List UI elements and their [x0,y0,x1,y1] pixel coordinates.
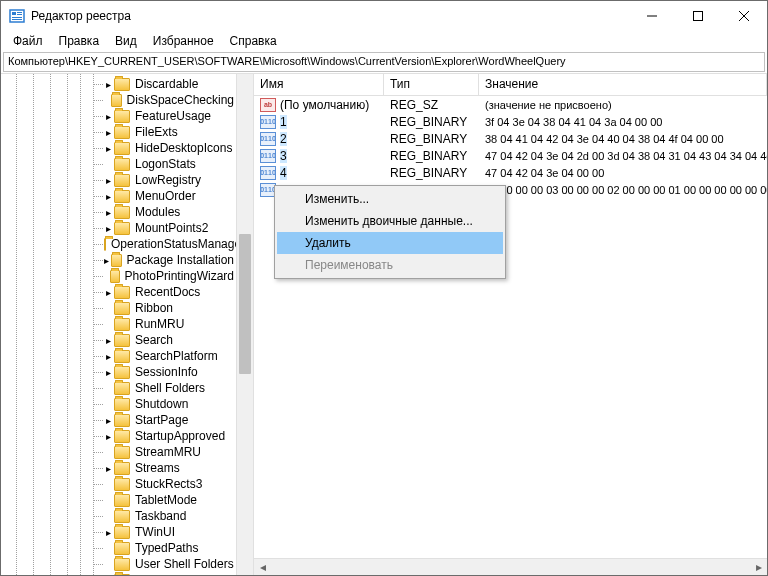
expander-icon[interactable]: ▸ [103,79,113,89]
cm-modify[interactable]: Изменить... [277,188,503,210]
tree-item-twinui[interactable]: ▸TWinUI [1,524,236,540]
value-name: 1 [280,115,287,129]
expander-icon[interactable]: ▸ [103,431,113,441]
menu-file[interactable]: Файл [5,32,51,50]
list-row[interactable]: 01103REG_BINARY47 04 42 04 3e 04 2d 00 3… [254,147,767,164]
tree-item-menuorder[interactable]: ▸MenuOrder [1,188,236,204]
list-row[interactable]: 01102REG_BINARY38 04 41 04 42 04 3e 04 4… [254,130,767,147]
expander-icon[interactable]: ▸ [103,527,113,537]
tree-item-search[interactable]: ▸Search [1,332,236,348]
tree-item-label: StartupApproved [133,429,227,443]
tree-item-lowregistry[interactable]: ▸LowRegistry [1,172,236,188]
tree-item-shell-folders[interactable]: Shell Folders [1,380,236,396]
expander-icon[interactable]: ▸ [103,255,110,265]
folder-icon [114,222,130,235]
list-body[interactable]: ab(По умолчанию)REG_SZ(значение не присв… [254,96,767,558]
list-row[interactable]: 01104REG_BINARY47 04 42 04 3e 04 00 00 [254,164,767,181]
expander-icon[interactable] [103,383,113,393]
folder-icon [114,126,130,139]
minimize-button[interactable] [629,1,675,31]
expander-icon[interactable] [103,319,113,329]
list-row[interactable]: 01101REG_BINARY3f 04 3e 04 38 04 41 04 3… [254,113,767,130]
expander-icon[interactable]: ▸ [103,287,113,297]
expander-icon[interactable] [103,559,113,569]
tree-item-streams[interactable]: ▸Streams [1,460,236,476]
list-h-scrollbar[interactable]: ◂ ▸ [254,558,767,575]
expander-icon[interactable] [103,447,113,457]
cm-modify-binary[interactable]: Изменить двоичные данные... [277,210,503,232]
menu-view[interactable]: Вид [107,32,145,50]
tree-item-featureusage[interactable]: ▸FeatureUsage [1,108,236,124]
expander-icon[interactable]: ▸ [103,207,113,217]
expander-icon[interactable]: ▸ [103,143,113,153]
tree-item-fileexts[interactable]: ▸FileExts [1,124,236,140]
tree-item-searchplatform[interactable]: ▸SearchPlatform [1,348,236,364]
tree-item-stuckrects3[interactable]: StuckRects3 [1,476,236,492]
expander-icon[interactable]: ▸ [103,175,113,185]
menu-favorites[interactable]: Избранное [145,32,222,50]
expander-icon[interactable]: ▸ [103,351,113,361]
expander-icon[interactable] [103,271,109,281]
tree-item-discardable[interactable]: ▸Discardable [1,76,236,92]
expander-icon[interactable] [103,303,113,313]
expander-icon[interactable] [103,511,113,521]
expander-icon[interactable] [103,159,113,169]
tree-item-mountpoints2[interactable]: ▸MountPoints2 [1,220,236,236]
tree-scrollbar[interactable] [236,74,253,575]
menu-edit[interactable]: Правка [51,32,108,50]
tree-item-diskspacechecking[interactable]: DiskSpaceChecking [1,92,236,108]
tree-item-modules[interactable]: ▸Modules [1,204,236,220]
expander-icon[interactable]: ▸ [103,367,113,377]
tree-item-taskband[interactable]: Taskband [1,508,236,524]
expander-icon[interactable] [103,399,113,409]
scroll-right-icon[interactable]: ▸ [750,559,767,576]
tree-scroll[interactable]: ▸DiscardableDiskSpaceChecking▸FeatureUsa… [1,74,236,575]
tree-item-startupapproved[interactable]: ▸StartupApproved [1,428,236,444]
col-header-name[interactable]: Имя [254,74,384,95]
tree-item-tabletmode[interactable]: TabletMode [1,492,236,508]
tree-item-hidedesktopicons[interactable]: ▸HideDesktopIcons [1,140,236,156]
scroll-left-icon[interactable]: ◂ [254,559,271,576]
expander-icon[interactable] [103,95,110,105]
expander-icon[interactable]: ▸ [103,223,113,233]
tree-item-streammru[interactable]: StreamMRU [1,444,236,460]
expander-icon[interactable] [103,479,113,489]
address-bar[interactable]: Компьютер\HKEY_CURRENT_USER\SOFTWARE\Mic… [3,52,765,72]
menu-help[interactable]: Справка [222,32,285,50]
tree-item-shutdown[interactable]: Shutdown [1,396,236,412]
expander-icon[interactable]: ▸ [103,127,113,137]
expander-icon[interactable]: ▸ [103,415,113,425]
tree-item-startpage[interactable]: ▸StartPage [1,412,236,428]
expander-icon[interactable]: ▸ [103,111,113,121]
tree-item-typedpaths[interactable]: TypedPaths [1,540,236,556]
tree-item-recentdocs[interactable]: ▸RecentDocs [1,284,236,300]
tree-item-label: Shell Folders [133,381,207,395]
expander-icon[interactable]: ▸ [103,335,113,345]
scrollbar-thumb[interactable] [239,234,251,374]
tree-item-photoprintingwizard[interactable]: PhotoPrintingWizard [1,268,236,284]
col-header-value[interactable]: Значение [479,74,767,95]
tree-item-user-shell-folders[interactable]: User Shell Folders [1,556,236,572]
tree-item-runmru[interactable]: RunMRU [1,316,236,332]
col-header-type[interactable]: Тип [384,74,479,95]
expander-icon[interactable]: ▸ [103,191,113,201]
tree-item-userassist[interactable]: ▸UserAssist [1,572,236,575]
close-button[interactable] [721,1,767,31]
maximize-button[interactable] [675,1,721,31]
tree-item-operationstatusmanager[interactable]: OperationStatusManager [1,236,236,252]
tree-item-label: StuckRects3 [133,477,204,491]
tree-item-ribbon[interactable]: Ribbon [1,300,236,316]
cm-rename[interactable]: Переименовать [277,254,503,276]
tree-item-package-installation[interactable]: ▸Package Installation [1,252,236,268]
tree-item-logonstats[interactable]: LogonStats [1,156,236,172]
tree-item-sessioninfo[interactable]: ▸SessionInfo [1,364,236,380]
svg-rect-1 [12,12,16,15]
expander-icon[interactable] [103,543,113,553]
cm-delete[interactable]: Удалить [277,232,503,254]
expander-icon[interactable] [103,495,113,505]
folder-icon [114,190,130,203]
titlebar: Редактор реестра [1,1,767,31]
list-row[interactable]: ab(По умолчанию)REG_SZ(значение не присв… [254,96,767,113]
tree-item-label: MountPoints2 [133,221,210,235]
expander-icon[interactable]: ▸ [103,463,113,473]
